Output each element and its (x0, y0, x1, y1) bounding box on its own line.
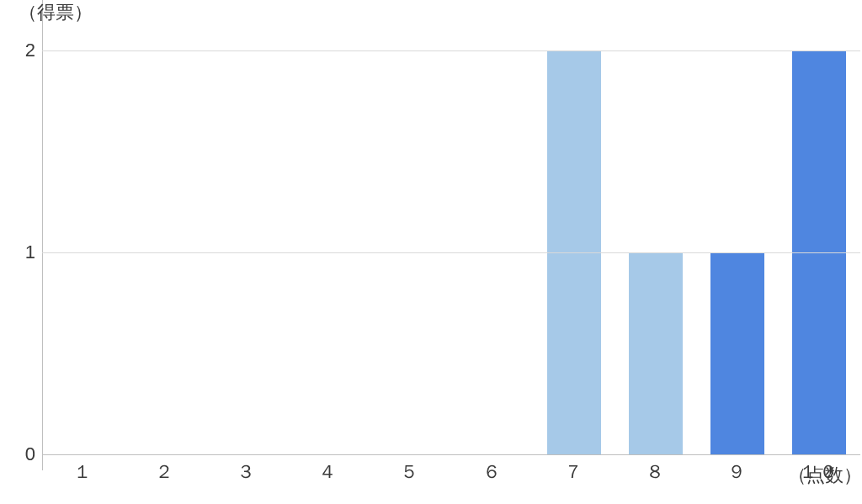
x-axis-label: （点数） (788, 463, 862, 488)
bar-chart: （得票） １２３４５６７８９１０ （点数） 012 (0, 0, 862, 504)
x-tick-label: ９ (697, 454, 779, 485)
x-tick-label: １ (42, 454, 124, 485)
y-axis-label: （得票） (19, 0, 93, 25)
y-tick-label: 2 (10, 40, 35, 61)
bar (710, 252, 764, 454)
plot-area: １２３４５６７８９１０ (42, 50, 860, 454)
x-tick-label: ７ (533, 454, 615, 485)
bar (629, 252, 683, 454)
x-tick-label: ６ (451, 454, 533, 485)
y-tick-label: 0 (10, 443, 35, 465)
x-tick-label: ３ (205, 454, 287, 485)
x-tick-label: ８ (615, 454, 696, 485)
gridline (42, 454, 860, 455)
gridline (42, 50, 860, 51)
x-tick-label: ４ (288, 454, 370, 485)
x-tick-label: ５ (370, 454, 451, 485)
gridline (42, 252, 860, 253)
y-tick-label: 1 (10, 241, 35, 263)
x-labels: １２３４５６７８９１０ (42, 454, 860, 485)
x-tick-label: ２ (124, 454, 205, 485)
